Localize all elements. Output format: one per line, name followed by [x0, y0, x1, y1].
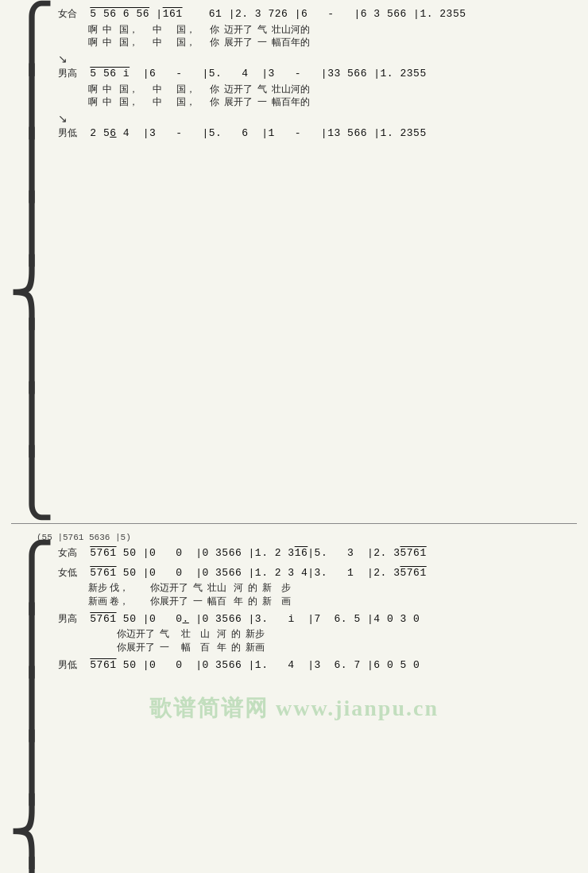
voice2-nandi: 男低 5761 50 |0 0 |0 3566 |1. 4 |3 6. 7 |6…	[58, 658, 580, 674]
voice-nangao: ↘ 男高 5 56 i |6 - |5. 4 |3 - |33 566 |1. …	[58, 52, 580, 109]
lyrics-nühe-1: 啊 中 国， 中 国， 你 迈开了 气 壮山河的	[83, 23, 580, 37]
label2-nangao: 男高	[58, 612, 83, 626]
notation2-nügao: 5761 50 |0 0 |0 3566 |1. 2 316|5. 3 |2. …	[83, 545, 427, 561]
label2-nandi: 男低	[58, 658, 83, 672]
notation-nangao: 5 56 i |6 - |5. 4 |3 - |33 566 |1. 2355	[83, 66, 427, 82]
voice2-nügao: 女高 5761 50 |0 0 |0 3566 |1. 2 316|5. 3 |…	[58, 545, 580, 562]
notation2-nüdi: 5761 50 |0 0 |0 3566 |1. 2 3 4|3. 1 |2. …	[83, 565, 427, 581]
left-bracket-1: ⎧⎪⎪⎪⎨⎪⎪⎩	[8, 6, 56, 515]
lyrics2-nüdi-1: 新步 伐， 你迈开了 气 壮山 河 的 新 步	[83, 581, 580, 595]
label-nandi: 男低	[58, 126, 83, 140]
voice2-nügao-header: 女高 5761 50 |0 0 |0 3566 |1. 2 316|5. 3 |…	[58, 545, 580, 561]
voice2-nandi-header: 男低 5761 50 |0 0 |0 3566 |1. 4 |3 6. 7 |6…	[58, 658, 580, 673]
voice-nangao-mark: ↘	[58, 52, 580, 66]
divider-1	[11, 523, 577, 524]
label2-nüdi: 女低	[58, 566, 83, 580]
notation-nühe: 5 56 6 56 |161 61 |2. 3 726 |6 - |6 3 56…	[83, 6, 466, 22]
voice2-nüdi-header: 女低 5761 50 |0 0 |0 3566 |1. 2 3 4|3. 1 |…	[58, 565, 580, 581]
label-nühe: 女合	[58, 7, 83, 21]
notation-nandi: 2 56 4 |3 - |5. 6 |1 - |13 566 |1. 2355	[83, 126, 427, 142]
lyrics-nangao-1: 啊 中 国， 中 国， 你 迈开了 气 壮山河的	[83, 83, 580, 96]
voice-nangao-header: 男高 5 56 i |6 - |5. 4 |3 - |33 566 |1. 23…	[58, 66, 580, 82]
voice-nandi-mark: ↘	[58, 112, 580, 126]
section-1: ⎧⎪⎪⎪⎨⎪⎪⎩ 女合 5 56 6 56 |161 61 |2. 3 726 …	[8, 6, 580, 515]
voice2-nüdi: 女低 5761 50 |0 0 |0 3566 |1. 2 3 4|3. 1 |…	[58, 565, 580, 608]
music-score-page: 歌谱简谱网 www.jianpu.cn ⎧⎪⎪⎪⎨⎪⎪⎩ 女合 5 56 6 5…	[0, 0, 588, 873]
section2-hint: (55 |5761 5636 |5)	[37, 529, 580, 543]
voice-nühe: 女合 5 56 6 56 |161 61 |2. 3 726 |6 - |6 3…	[58, 6, 580, 49]
section-2: (55 |5761 5636 |5) ⎧⎪⎪⎪⎨⎪⎪⎩ 女高 5761 50 |…	[8, 529, 580, 873]
section1-voices: 女合 5 56 6 56 |161 61 |2. 3 726 |6 - |6 3…	[58, 6, 580, 515]
voice2-nangao: 男高 5761 50 |0 0. |0 3566 |3. i |7 6. 5 |…	[58, 611, 580, 654]
lyrics2-nüdi-2: 新画 卷， 你展开了 一 幅百 年 的 新 画	[83, 595, 580, 608]
lyrics-nühe-2: 啊 中 国， 中 国， 你 展开了 一 幅百年的	[83, 36, 580, 49]
lyrics2-nangao-1: 你迈开了 气 壮 山 河 的 新步	[83, 627, 580, 641]
voice-nandi-header: 男低 2 56 4 |3 - |5. 6 |1 - |13 566 |1. 23…	[58, 126, 580, 142]
label-nangao: 男高	[58, 67, 83, 80]
section2-voices: 女高 5761 50 |0 0 |0 3566 |1. 2 316|5. 3 |…	[58, 545, 580, 873]
voice-nühe-header: 女合 5 56 6 56 |161 61 |2. 3 726 |6 - |6 3…	[58, 6, 580, 22]
lyrics-nangao-2: 啊 中 国， 中 国， 你 展开了 一 幅百年的	[83, 95, 580, 109]
voice2-nangao-header: 男高 5761 50 |0 0. |0 3566 |3. i |7 6. 5 |…	[58, 611, 580, 627]
label2-nügao: 女高	[58, 546, 83, 560]
hint-text: (55 |5761 5636 |5)	[37, 533, 131, 542]
left-bracket-2: ⎧⎪⎪⎪⎨⎪⎪⎩	[8, 545, 56, 873]
notation2-nandi: 5761 50 |0 0 |0 3566 |1. 4 |3 6. 7 |6 0 …	[83, 658, 420, 673]
notation2-nangao: 5761 50 |0 0. |0 3566 |3. i |7 6. 5 |4 0…	[83, 611, 420, 627]
lyrics2-nangao-2: 你展开了 一 幅 百 年 的 新画	[83, 641, 580, 654]
voice-nandi: ↘ 男低 2 56 4 |3 - |5. 6 |1 - |13 566 |1. …	[58, 112, 580, 142]
